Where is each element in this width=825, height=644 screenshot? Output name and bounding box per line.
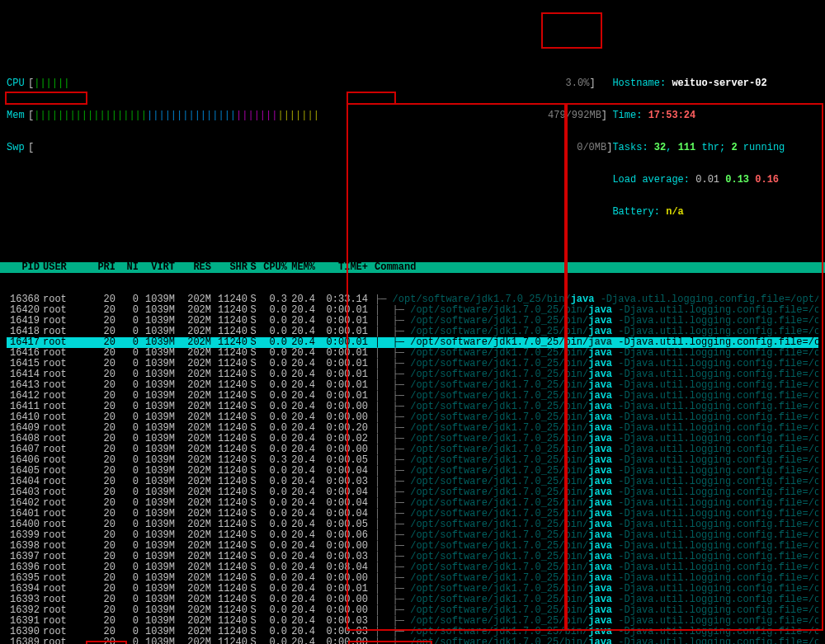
process-row[interactable]: 16393root2001039M202M11240S0.020.40:00.0… <box>7 595 818 605</box>
cell-command: │ ├─ /opt/software/jdk1.7.0_25/bin/java … <box>368 509 818 519</box>
process-row[interactable]: 16415root2001039M202M11240S0.020.40:00.0… <box>7 359 818 369</box>
col-ni[interactable]: NI <box>116 262 139 273</box>
cell-command: │ ├─ /opt/software/jdk1.7.0_25/bin/java … <box>368 305 818 316</box>
process-row[interactable]: 16403root2001039M202M11240S0.020.40:00.0… <box>7 487 818 498</box>
cell-command: │ ├─ /opt/software/jdk1.7.0_25/bin/java … <box>368 348 818 359</box>
col-s[interactable]: S <box>248 262 259 273</box>
cell-command: │ ├─ /opt/software/jdk1.7.0_25/bin/java … <box>368 605 818 616</box>
cell-command: │ ├─ /opt/software/jdk1.7.0_25/bin/java … <box>368 541 818 552</box>
process-row[interactable]: 16399root2001039M202M11240S0.020.40:00.0… <box>7 530 818 541</box>
cpu-meter: CPU[||||||3.0%] <box>7 78 612 89</box>
process-row[interactable]: 16420root2001039M202M11240S0.020.40:00.0… <box>7 305 818 316</box>
cell-command: │ ├─ /opt/software/jdk1.7.0_25/bin/java … <box>368 466 818 477</box>
cell-command: │ ├─ /opt/software/jdk1.7.0_25/bin/java … <box>368 434 818 444</box>
process-row[interactable]: 16408root2001039M202M11240S0.020.40:00.0… <box>7 434 818 444</box>
process-row[interactable]: 16401root2001039M202M11240S0.020.40:00.0… <box>7 509 818 519</box>
process-list[interactable]: 16368root2001039M202M11240S0.320.40:33.1… <box>0 294 825 644</box>
cell-command: │ ├─ /opt/software/jdk1.7.0_25/bin/java … <box>368 595 818 605</box>
cell-command: │ ├─ /opt/software/jdk1.7.0_25/bin/java … <box>368 477 818 487</box>
cell-command: │ ├─ /opt/software/jdk1.7.0_25/bin/java … <box>368 584 818 595</box>
cell-command: │ ├─ /opt/software/jdk1.7.0_25/bin/java … <box>368 369 818 380</box>
process-row[interactable]: 16412root2001039M202M11240S0.020.40:00.0… <box>7 391 818 402</box>
annotation-box <box>541 12 602 49</box>
process-row[interactable]: 16405root2001039M202M11240S0.020.40:00.0… <box>7 466 818 477</box>
process-row[interactable]: 16410root2001039M202M11240S0.020.40:00.0… <box>7 412 818 423</box>
cell-command: │ ├─ /opt/software/jdk1.7.0_25/bin/java … <box>368 616 818 627</box>
cell-command: │ ├─ /opt/software/jdk1.7.0_25/bin/java … <box>368 498 818 509</box>
process-row[interactable]: 16404root2001039M202M11240S0.020.40:00.0… <box>7 477 818 487</box>
meters: CPU[||||||3.0%] Mem[||||||||||||||||||||… <box>7 57 612 239</box>
cell-command: │ ├─ /opt/software/jdk1.7.0_25/bin/java … <box>368 455 818 466</box>
cell-command: │ ├─ /opt/software/jdk1.7.0_25/bin/java … <box>368 552 818 562</box>
col-pri[interactable]: PRI <box>89 262 116 273</box>
process-row[interactable]: 16413root2001039M202M11240S0.020.40:00.0… <box>7 380 818 391</box>
process-row[interactable]: 16409root2001039M202M11240S0.020.40:00.2… <box>7 423 818 434</box>
cell-command: ├─ /opt/software/jdk1.7.0_25/bin/java -D… <box>368 294 818 305</box>
cell-command: │ ├─ /opt/software/jdk1.7.0_25/bin/java … <box>368 412 818 423</box>
col-time[interactable]: TIME+ <box>315 262 368 273</box>
process-row[interactable]: 16414root2001039M202M11240S0.020.40:00.0… <box>7 369 818 380</box>
cell-command: │ ├─ /opt/software/jdk1.7.0_25/bin/java … <box>368 359 818 369</box>
system-info: Hostname: weituo-server-02 Time: 17:53:2… <box>612 57 818 239</box>
process-row[interactable]: 16395root2001039M202M11240S0.020.40:00.0… <box>7 573 818 584</box>
cell-command: │ ├─ /opt/software/jdk1.7.0_25/bin/java … <box>368 530 818 541</box>
process-row[interactable]: 16391root2001039M202M11240S0.020.40:00.0… <box>7 616 818 627</box>
cell-command: │ ├─ /opt/software/jdk1.7.0_25/bin/java … <box>368 391 818 402</box>
cell-command: │ ├─ /opt/software/jdk1.7.0_25/bin/java … <box>368 444 818 455</box>
cell-command: │ ├─ /opt/software/jdk1.7.0_25/bin/java … <box>368 562 818 573</box>
process-row[interactable]: 16416root2001039M202M11240S0.020.40:00.0… <box>7 348 818 359</box>
process-row[interactable]: 16411root2001039M202M11240S0.020.40:00.0… <box>7 402 818 412</box>
col-mem[interactable]: MEM% <box>287 262 315 273</box>
col-virt[interactable]: VIRT <box>139 262 175 273</box>
cell-command: │ ├─ /opt/software/jdk1.7.0_25/bin/java … <box>368 487 818 498</box>
process-row[interactable]: 16394root2001039M202M11240S0.020.40:00.0… <box>7 584 818 595</box>
cell-command: │ ├─ /opt/software/jdk1.7.0_25/bin/java … <box>368 380 818 391</box>
header: CPU[||||||3.0%] Mem[||||||||||||||||||||… <box>0 54 825 241</box>
swp-meter: Swp[0/0MB] <box>7 143 612 153</box>
col-res[interactable]: RES <box>175 262 211 273</box>
process-row[interactable]: 16400root2001039M202M11240S0.020.40:00.0… <box>7 519 818 530</box>
col-cpu[interactable]: CPU% <box>259 262 287 273</box>
process-row[interactable]: 16398root2001039M202M11240S0.020.40:00.0… <box>7 541 818 552</box>
process-row[interactable]: 16392root2001039M202M11240S0.020.40:00.0… <box>7 605 818 616</box>
cell-command: │ ├─ /opt/software/jdk1.7.0_25/bin/java … <box>368 402 818 412</box>
cell-command: │ ├─ /opt/software/jdk1.7.0_25/bin/java … <box>368 327 818 337</box>
process-row[interactable]: 16390root2001039M202M11240S0.020.40:00.0… <box>7 627 818 637</box>
column-header[interactable]: PID USER PRI NI VIRT RES SHR S CPU% MEM%… <box>0 262 825 273</box>
cell-command: │ ├─ /opt/software/jdk1.7.0_25/bin/java … <box>368 573 818 584</box>
cell-command: │ ├─ /opt/software/jdk1.7.0_25/bin/java … <box>368 627 818 637</box>
cell-command: │ ├─ /opt/software/jdk1.7.0_25/bin/java … <box>368 316 818 327</box>
process-row[interactable]: 16407root2001039M202M11240S0.020.40:00.0… <box>7 444 818 455</box>
process-row[interactable]: 16418root2001039M202M11240S0.020.40:00.0… <box>7 327 818 337</box>
process-row[interactable]: 16419root2001039M202M11240S0.020.40:00.0… <box>7 316 818 327</box>
process-row[interactable]: 16406root2001039M202M11240S0.320.40:00.0… <box>7 455 818 466</box>
cell-command: │ ├─ /opt/software/jdk1.7.0_25/bin/java … <box>368 519 818 530</box>
col-user[interactable]: USER <box>40 262 89 273</box>
process-row[interactable]: 16417root2001039M202M11240S0.020.40:00.0… <box>7 337 818 348</box>
process-row[interactable]: 16396root2001039M202M11240S0.020.40:08.0… <box>7 562 818 573</box>
col-command[interactable]: Command <box>368 262 818 273</box>
col-shr[interactable]: SHR <box>211 262 248 273</box>
process-row[interactable]: 16402root2001039M202M11240S0.020.40:00.0… <box>7 498 818 509</box>
process-row[interactable]: 16397root2001039M202M11240S0.020.40:00.0… <box>7 552 818 562</box>
cell-command: │ ├─ /opt/software/jdk1.7.0_25/bin/java … <box>368 337 818 348</box>
col-pid[interactable]: PID <box>7 262 40 273</box>
cell-command: │ ├─ /opt/software/jdk1.7.0_25/bin/java … <box>368 423 818 434</box>
process-row[interactable]: 16368root2001039M202M11240S0.320.40:33.1… <box>7 294 818 305</box>
mem-meter: Mem[||||||||||||||||||||||||||||||||||||… <box>7 110 612 121</box>
